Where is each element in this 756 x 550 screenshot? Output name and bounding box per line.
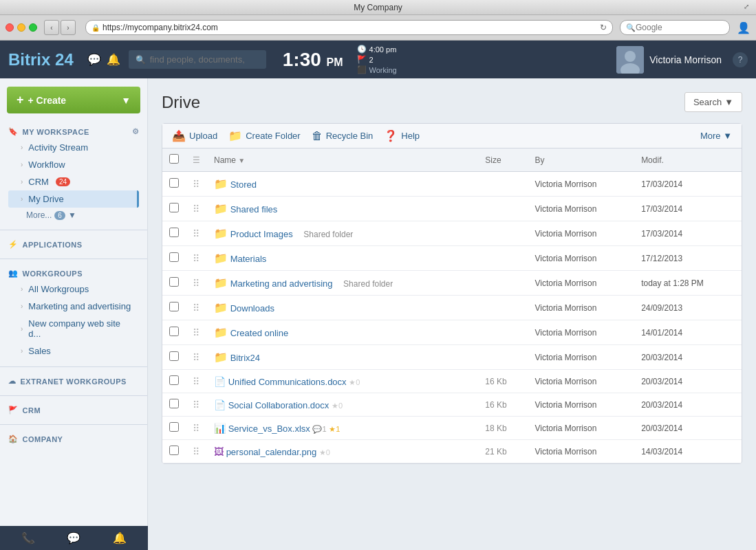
flag-icon: 🚩 <box>357 55 367 64</box>
file-link[interactable]: Created online <box>230 328 289 338</box>
row-checkbox[interactable] <box>169 302 179 311</box>
file-link[interactable]: Shared files <box>230 204 278 214</box>
row-checkbox[interactable] <box>169 252 179 262</box>
file-link[interactable]: Stored <box>230 179 257 190</box>
cloud-icon: ☁ <box>8 377 17 386</box>
chat-bottom-icon[interactable]: 💬 <box>67 531 80 544</box>
sidebar-item-marketing[interactable]: › Marketing and advertising <box>8 298 139 315</box>
row-checkbox-cell <box>162 440 186 463</box>
create-folder-button[interactable]: 📁 Create Folder <box>228 129 300 142</box>
row-checkbox[interactable] <box>169 375 179 385</box>
file-link[interactable]: Product Images <box>230 229 293 239</box>
create-button[interactable]: + + Create ▼ <box>7 87 140 113</box>
file-link[interactable]: Materials <box>230 254 267 264</box>
avatar[interactable] <box>616 46 644 74</box>
doc-icon: 📄 <box>214 399 226 410</box>
sidebar-item-my-drive[interactable]: › My Drive <box>8 190 139 208</box>
sidebar-item-activity-stream[interactable]: › Activity Stream <box>8 139 139 156</box>
img-icon: 🖼 <box>214 446 224 457</box>
upload-button[interactable]: 📤 Upload <box>172 129 217 142</box>
sidebar-item-crm[interactable]: › CRM 24 <box>8 173 139 190</box>
file-link[interactable]: Bitrix24 <box>230 353 260 363</box>
help-button[interactable]: ? <box>733 52 748 67</box>
row-drag-cell: ⠿ <box>186 320 207 345</box>
star-icon[interactable]: ★0 <box>349 378 360 386</box>
reload-button[interactable]: ↻ <box>600 23 607 32</box>
doc-icon: 📄 <box>214 376 226 387</box>
col-drag: ☰ <box>186 148 207 172</box>
row-checkbox[interactable] <box>169 178 179 188</box>
browser-search-input[interactable] <box>636 23 718 32</box>
back-button[interactable]: ‹ <box>44 20 59 35</box>
star-icon[interactable]: ★0 <box>319 448 330 456</box>
browser-chrome: My Company ⤢ ‹ › 🔒 https://mycompany.bit… <box>0 0 756 41</box>
sidebar-item-new-company[interactable]: › New company web site d... <box>8 315 139 342</box>
col-name[interactable]: Name ▼ <box>207 148 478 172</box>
file-link[interactable]: personal_calendar.png <box>226 447 317 457</box>
row-size-cell: 16 Kb <box>478 393 528 417</box>
row-checkbox[interactable] <box>169 203 179 212</box>
phone-icon[interactable]: 📞 <box>21 531 35 544</box>
trash-icon: 🗑 <box>312 130 323 142</box>
dropdown-icon: ▼ <box>68 210 76 220</box>
row-checkbox-cell <box>162 221 186 246</box>
star-icon[interactable]: ★1 <box>329 425 340 433</box>
global-search-input[interactable] <box>150 54 246 65</box>
row-checkbox[interactable] <box>169 228 179 237</box>
table-row: ⠿ 📁 Bitrix24 Victoria Morrison 20/03/201… <box>162 345 742 370</box>
file-link[interactable]: Service_vs_Box.xlsx <box>228 424 310 434</box>
browser-title: My Company <box>354 3 402 12</box>
row-checkbox[interactable] <box>169 446 179 455</box>
file-link[interactable]: Marketing and advertising <box>230 278 333 289</box>
sidebar-divider-5 <box>0 424 147 425</box>
global-search-box[interactable]: 🔍 <box>129 50 266 69</box>
maximize-button[interactable] <box>29 23 37 32</box>
search-button[interactable]: Search ▼ <box>684 92 742 112</box>
drag-handle-icon: ⠿ <box>193 376 199 387</box>
row-checkbox[interactable] <box>169 351 179 361</box>
bell-icon[interactable]: 🔔 <box>107 53 120 66</box>
file-link[interactable]: Unified Communications.docx <box>228 377 347 387</box>
sidebar-item-workflow[interactable]: › Workflow <box>8 156 139 173</box>
row-checkbox[interactable] <box>169 422 179 432</box>
chat-icon[interactable]: 💬 <box>87 53 101 66</box>
row-date-cell: 17/03/2014 <box>634 221 742 246</box>
address-bar[interactable]: 🔒 https://mycompany.bitrix24.com ↻ <box>85 20 613 35</box>
expand-icon[interactable]: ⤢ <box>744 3 749 10</box>
forward-button[interactable]: › <box>61 20 76 35</box>
file-link[interactable]: Downloads <box>230 303 274 314</box>
star-icon[interactable]: ★0 <box>332 402 343 410</box>
search-label: Search <box>693 97 722 107</box>
logo-accent: 24 <box>50 50 73 69</box>
row-date-cell: 14/01/2014 <box>634 320 742 345</box>
sidebar-item-sales[interactable]: › Sales <box>8 342 139 360</box>
row-checkbox[interactable] <box>169 399 179 408</box>
minimize-button[interactable] <box>17 23 25 32</box>
messages-count: 2 <box>369 56 374 64</box>
row-checkbox[interactable] <box>169 277 179 287</box>
row-drag-cell: ⠿ <box>186 345 207 370</box>
help-button[interactable]: ❓ Help <box>384 129 420 142</box>
row-date-cell: 20/03/2014 <box>634 370 742 393</box>
drag-handle-icon: ⠿ <box>193 179 199 190</box>
avatar-image <box>616 46 644 74</box>
browser-search-bar[interactable]: 🔍 <box>620 20 730 35</box>
recycle-bin-button[interactable]: 🗑 Recycle Bin <box>312 130 374 142</box>
user-icon[interactable]: 👤 <box>737 21 750 34</box>
row-by-cell: Victoria Morrison <box>528 246 635 271</box>
close-button[interactable] <box>6 23 14 32</box>
sidebar-item-all-workgroups[interactable]: › All Workgroups <box>8 280 139 298</box>
folder-icon: 📁 <box>214 302 228 314</box>
notification-icon[interactable]: 🔔 <box>113 531 127 544</box>
row-name-cell: 📁 Materials <box>207 246 478 271</box>
main-content: Drive Search ▼ 📤 Upload 📁 Create Folder … <box>148 78 756 550</box>
gear-icon[interactable]: ⚙ <box>132 127 140 136</box>
row-checkbox[interactable] <box>169 327 179 336</box>
file-link[interactable]: Social Collaboration.docx <box>228 400 330 410</box>
folder-plus-icon: 📁 <box>228 129 242 142</box>
company-section: 🏠 COMPANY <box>0 429 147 449</box>
more-button[interactable]: More... 6 ▼ <box>8 208 139 223</box>
select-all-checkbox[interactable] <box>169 154 179 164</box>
applications-header: ⚡ APPLICATIONS <box>8 240 139 249</box>
more-actions-button[interactable]: More ▼ <box>700 131 732 141</box>
